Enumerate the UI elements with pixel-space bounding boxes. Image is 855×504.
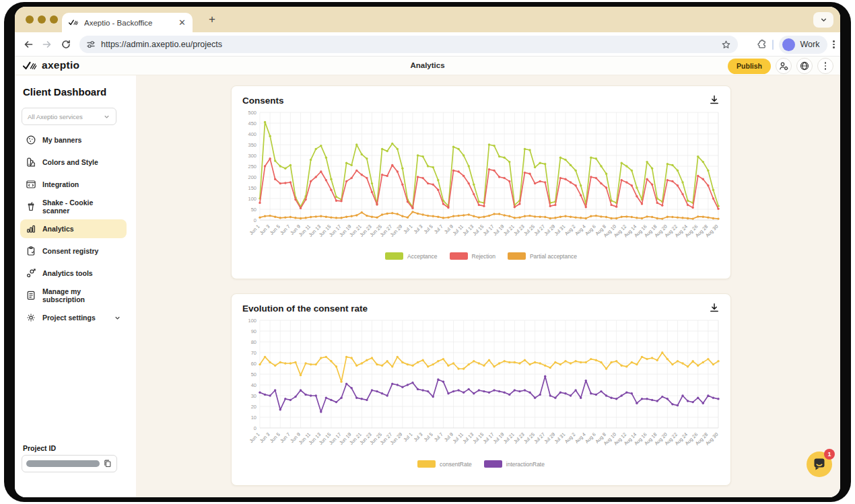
browser-tab[interactable]: Axeptio - Backoffice ✕ — [62, 13, 193, 32]
browser-menu-button[interactable] — [833, 40, 835, 48]
consent-rate-line-chart: 0102030405060708090100Jun 1Jun 3Jun 5Jun… — [238, 316, 722, 460]
svg-text:Jul 17: Jul 17 — [482, 223, 495, 237]
svg-text:Jul 25: Jul 25 — [522, 223, 536, 237]
sidebar-item-label: My banners — [42, 136, 121, 144]
svg-text:100: 100 — [248, 318, 256, 324]
svg-text:Jul 13: Jul 13 — [461, 223, 475, 237]
tab-close-icon[interactable]: ✕ — [178, 18, 186, 27]
chat-launcher-button[interactable]: 1 — [807, 452, 832, 477]
legend-label: Acceptance — [407, 253, 437, 260]
copy-icon[interactable] — [103, 459, 112, 468]
sidebar-heading: Client Dashboard — [23, 86, 106, 98]
toolbar-right-group: Work — [756, 35, 835, 54]
svg-text:Aug 2: Aug 2 — [563, 223, 577, 237]
kebab-icon — [825, 62, 827, 70]
svg-text:300: 300 — [248, 153, 256, 159]
url-bar[interactable]: https://admin.axeptio.eu/projects — [79, 36, 738, 53]
svg-text:Aug 6: Aug 6 — [584, 223, 597, 237]
code-window-icon — [26, 179, 36, 190]
service-filter-value: All Axeptio services — [28, 113, 99, 120]
legend-label: Rejection — [472, 253, 495, 260]
svg-text:Jun 1: Jun 1 — [248, 431, 261, 444]
svg-text:80: 80 — [251, 339, 256, 345]
svg-text:40: 40 — [251, 382, 256, 388]
svg-text:0: 0 — [254, 217, 256, 223]
sidebar-item-shake-cookie-scanner[interactable]: Shake - Cookie scanner — [20, 197, 127, 216]
tab-search-chevron-button[interactable] — [813, 12, 833, 28]
svg-text:Jul 3: Jul 3 — [412, 223, 423, 235]
svg-text:Jul 5: Jul 5 — [423, 223, 434, 235]
window-minimize-button[interactable] — [38, 15, 46, 24]
app-header: axeptio Analytics Publish — [15, 57, 840, 75]
sidebar-item-label: Analytics — [42, 225, 121, 233]
svg-text:Jul 17: Jul 17 — [482, 431, 495, 445]
legend-item: Acceptance — [385, 252, 437, 260]
sidebar-item-label: Colors and Style — [42, 158, 121, 166]
svg-text:50: 50 — [251, 371, 256, 377]
svg-text:200: 200 — [248, 174, 256, 180]
gear-icon — [26, 312, 36, 323]
new-tab-button[interactable]: + — [205, 12, 219, 27]
svg-text:500: 500 — [248, 110, 256, 116]
sidebar-item-project-settings[interactable]: Project settings — [20, 308, 127, 327]
profile-name: Work — [800, 40, 819, 49]
publish-button[interactable]: Publish — [728, 59, 771, 74]
window-close-button[interactable] — [26, 15, 34, 24]
url-text[interactable]: https://admin.axeptio.eu/projects — [101, 40, 716, 49]
back-button[interactable] — [23, 39, 34, 50]
svg-text:Jul 29: Jul 29 — [543, 431, 556, 445]
bookmark-star-icon[interactable] — [721, 40, 731, 50]
user-settings-button[interactable] — [776, 58, 792, 74]
svg-text:Jun 1: Jun 1 — [248, 223, 261, 236]
sidebar-item-label: Integration — [42, 180, 121, 188]
legend-item: consentRate — [417, 460, 472, 468]
legend-label: Partial acceptance — [530, 253, 577, 260]
chevron-down-icon — [114, 314, 121, 322]
header-menu-button[interactable] — [817, 58, 833, 74]
language-globe-button[interactable] — [796, 58, 813, 74]
svg-text:Jul 7: Jul 7 — [433, 431, 444, 443]
forward-button[interactable] — [42, 39, 53, 50]
extensions-puzzle-icon[interactable] — [756, 39, 767, 50]
download-button[interactable] — [709, 303, 720, 314]
service-filter-select[interactable]: All Axeptio services — [22, 108, 116, 125]
legend-swatch — [385, 252, 403, 260]
sidebar-item-consent-registry[interactable]: Consent registry — [20, 242, 127, 260]
sidebar-item-colors-and-style[interactable]: Colors and Style — [20, 153, 127, 172]
svg-text:Jul 21: Jul 21 — [502, 431, 516, 445]
cookie-icon — [26, 135, 36, 145]
svg-text:Jul 29: Jul 29 — [543, 223, 556, 237]
sidebar-item-integration[interactable]: Integration — [20, 175, 127, 194]
legend-label: interactionRate — [506, 461, 545, 468]
svg-text:Jul 23: Jul 23 — [512, 431, 526, 445]
sidebar-item-my-banners[interactable]: My banners — [20, 131, 127, 149]
download-button[interactable] — [709, 95, 720, 106]
sidebar-item-label: Analytics tools — [42, 269, 121, 277]
axeptio-logo-icon — [23, 61, 38, 70]
svg-text:20: 20 — [251, 404, 256, 410]
project-id-field[interactable] — [22, 455, 117, 472]
svg-text:Aug 4: Aug 4 — [574, 223, 587, 237]
sidebar-item-label: Manage my subscription — [42, 287, 121, 303]
reload-button[interactable] — [61, 39, 71, 50]
chart-legend: consentRateinteractionRate — [232, 460, 730, 468]
sidebar-item-analytics[interactable]: Analytics — [20, 219, 127, 238]
svg-text:30: 30 — [251, 393, 256, 399]
sidebar-item-analytics-tools[interactable]: Analytics tools — [20, 264, 127, 283]
svg-text:0: 0 — [254, 425, 256, 431]
window-zoom-button[interactable] — [50, 15, 58, 24]
site-settings-icon — [86, 40, 96, 49]
legend-swatch — [450, 252, 468, 260]
profile-button[interactable]: Work — [779, 36, 827, 54]
legend-swatch — [417, 460, 436, 468]
reload-icon — [61, 39, 71, 50]
svg-text:100: 100 — [248, 196, 256, 202]
brand: axeptio — [23, 59, 79, 71]
svg-text:60: 60 — [251, 361, 256, 367]
globe-icon — [800, 61, 809, 71]
header-actions: Publish — [728, 58, 833, 74]
clipboard-icon — [26, 246, 36, 256]
download-icon — [710, 303, 719, 312]
svg-text:450: 450 — [248, 120, 256, 127]
sidebar-item-manage-my-subscription[interactable]: Manage my subscription — [20, 286, 127, 305]
